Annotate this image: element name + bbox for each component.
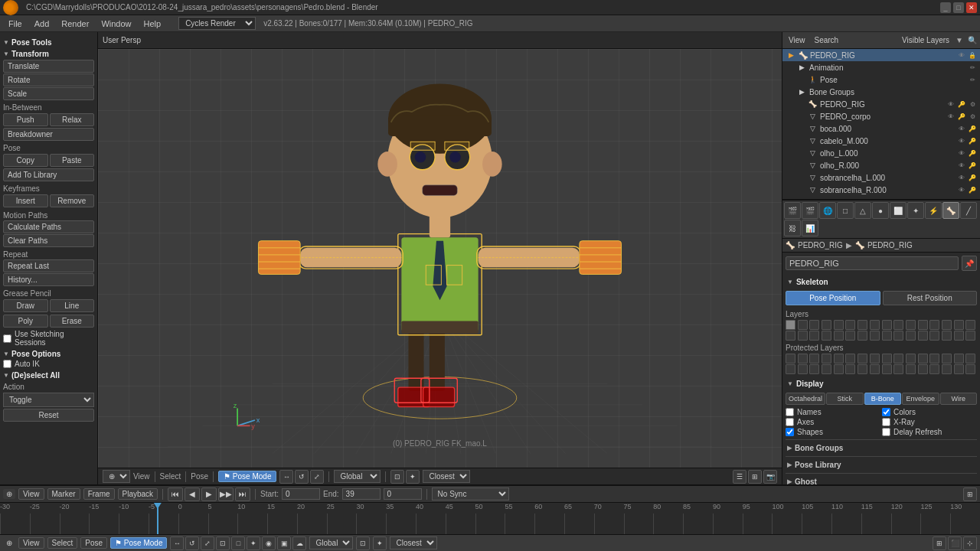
calculate-paths-button[interactable]: Calculate Paths xyxy=(3,220,94,233)
tab-scene[interactable]: 🎬 xyxy=(802,202,818,219)
outliner-item-sobrancel-r[interactable]: ▽ sobrancelha_R.000 👁 🔑 xyxy=(782,184,980,196)
player-11[interactable] xyxy=(906,354,916,364)
layer-30[interactable] xyxy=(942,331,952,341)
tab-material[interactable]: ● xyxy=(872,202,889,219)
player-30[interactable] xyxy=(942,364,952,374)
vis-olhol[interactable]: 👁 xyxy=(957,148,966,158)
menu-file[interactable]: File xyxy=(3,18,28,30)
tab-mesh[interactable]: △ xyxy=(854,202,871,219)
snap-select[interactable]: Closest Center xyxy=(423,470,470,483)
xray-checkbox[interactable] xyxy=(882,418,890,426)
outliner-item-sobrancel-l[interactable]: ▽ sobrancelha_L.000 👁 🔑 xyxy=(782,171,980,184)
remove-button[interactable]: Remove xyxy=(50,194,95,207)
layer-25[interactable] xyxy=(882,331,892,341)
camera-icon[interactable]: 📷 xyxy=(763,470,777,484)
layer-29[interactable] xyxy=(929,331,939,341)
vis-olhor[interactable]: 👁 xyxy=(957,161,966,170)
player-8[interactable] xyxy=(870,354,880,364)
tab-particles[interactable]: ✦ xyxy=(907,202,924,219)
paste-button[interactable]: Paste xyxy=(50,154,95,167)
play-btn[interactable]: ▶ xyxy=(201,487,217,501)
envelope-btn[interactable]: Envelope xyxy=(902,393,939,405)
tab-constraint[interactable]: ⛓ xyxy=(784,220,801,236)
skip-start-btn[interactable]: ⏮ xyxy=(168,487,183,501)
player-25[interactable] xyxy=(882,364,892,374)
tab-texture[interactable]: ⬜ xyxy=(890,202,906,219)
outliner-search-btn[interactable]: Search xyxy=(812,35,842,45)
vis-sobl[interactable]: 👁 xyxy=(957,173,966,182)
layer-1[interactable] xyxy=(786,320,795,330)
bottom-ti-1[interactable]: ↔ xyxy=(170,536,184,550)
maximize-button[interactable]: □ xyxy=(953,2,964,13)
select-status-btn[interactable]: Select xyxy=(47,537,78,549)
timeline-ruler[interactable]: -30-25-20-15-10-505101520253035404550556… xyxy=(0,503,980,534)
bottom-ti-8[interactable]: ▣ xyxy=(277,536,291,550)
rotate-button[interactable]: Rotate xyxy=(3,73,94,86)
skip-end-btn[interactable]: ⏭ xyxy=(235,487,250,501)
layer-21[interactable] xyxy=(834,331,844,341)
layer-3[interactable] xyxy=(809,320,819,330)
player-17[interactable] xyxy=(786,364,795,374)
display-section-header[interactable]: Display xyxy=(786,377,977,390)
layer-13[interactable] xyxy=(929,320,939,330)
key-sobr[interactable]: 🔑 xyxy=(968,185,977,194)
vis-sobr[interactable]: 👁 xyxy=(957,185,966,194)
layer-28[interactable] xyxy=(918,331,928,341)
player-14[interactable] xyxy=(942,354,952,364)
player-19[interactable] xyxy=(809,364,819,374)
transform-icon-1[interactable]: ↔ xyxy=(279,470,293,484)
snap-icon[interactable]: ⊡ xyxy=(390,470,404,484)
current-frame-input[interactable] xyxy=(384,488,422,500)
scale-button[interactable]: Scale xyxy=(3,87,94,100)
player-6[interactable] xyxy=(845,354,855,364)
tab-object[interactable]: □ xyxy=(837,202,854,219)
player-21[interactable] xyxy=(834,364,844,374)
player-32[interactable] xyxy=(965,364,975,374)
axes-checkbox[interactable] xyxy=(786,418,794,426)
names-checkbox[interactable] xyxy=(786,408,794,416)
end-frame-input[interactable] xyxy=(342,488,381,500)
prev-frame-btn[interactable]: ◀ xyxy=(185,487,200,501)
close-button[interactable]: ✕ xyxy=(966,2,977,13)
layer-16[interactable] xyxy=(965,320,975,330)
global-select[interactable]: Global Local Normal xyxy=(334,470,381,483)
outliner-item-animation[interactable]: ▶ Animation ✏ xyxy=(782,61,980,73)
layer-27[interactable] xyxy=(906,331,916,341)
tl-icon[interactable]: ⊕ xyxy=(3,489,15,499)
outliner-item-cabelo[interactable]: ▽ cabelo_M.000 👁 🔑 xyxy=(782,135,980,147)
outliner-item-pedro-rig-2[interactable]: 🦴 PEDRO_RIG 👁 🔑 ⚙ xyxy=(782,98,980,110)
transform-icon-3[interactable]: ⤢ xyxy=(310,470,324,484)
player-20[interactable] xyxy=(822,364,831,374)
layer-22[interactable] xyxy=(845,331,855,341)
start-frame-input[interactable] xyxy=(282,488,320,500)
edit-icon[interactable]: ✏ xyxy=(968,63,977,72)
canvas-area[interactable]: x z y (0) PEDRO_RIG FK_mao.L xyxy=(98,49,782,468)
key-olhol[interactable]: 🔑 xyxy=(968,148,977,158)
player-12[interactable] xyxy=(918,354,928,364)
player-16[interactable] xyxy=(965,354,975,364)
clear-paths-button[interactable]: Clear Paths xyxy=(3,234,94,247)
vis-vergr[interactable]: 👁 xyxy=(957,197,966,199)
layer-8[interactable] xyxy=(870,320,880,330)
layer-26[interactable] xyxy=(893,331,903,341)
vis-boca[interactable]: 👁 xyxy=(957,124,966,133)
view-icon[interactable]: ⊞ xyxy=(748,470,762,484)
menu-add[interactable]: Add xyxy=(29,18,55,30)
line-button[interactable]: Line xyxy=(50,299,95,312)
key2-icon[interactable]: 🔑 xyxy=(957,112,966,121)
player-31[interactable] xyxy=(954,364,964,374)
player-24[interactable] xyxy=(870,364,880,374)
layer-31[interactable] xyxy=(954,331,964,341)
layer-20[interactable] xyxy=(822,331,831,341)
object-name-input[interactable] xyxy=(786,256,959,270)
outliner-item-vergonha-r[interactable]: ▽ vergonha.R 👁 🔑 xyxy=(782,196,980,199)
menu-help[interactable]: Help xyxy=(139,18,167,30)
rest-position-btn[interactable]: Rest Position xyxy=(883,291,978,305)
magnet-icon[interactable]: ✦ xyxy=(406,470,420,484)
search-icon[interactable]: 🔍 xyxy=(968,36,977,44)
action-select[interactable]: Toggle xyxy=(3,393,94,407)
bottom-snap-icon[interactable]: ⊡ xyxy=(356,536,370,550)
player-5[interactable] xyxy=(834,354,844,364)
tl-marker-btn[interactable]: Marker xyxy=(47,488,80,500)
stick-btn[interactable]: Stick xyxy=(826,393,864,405)
